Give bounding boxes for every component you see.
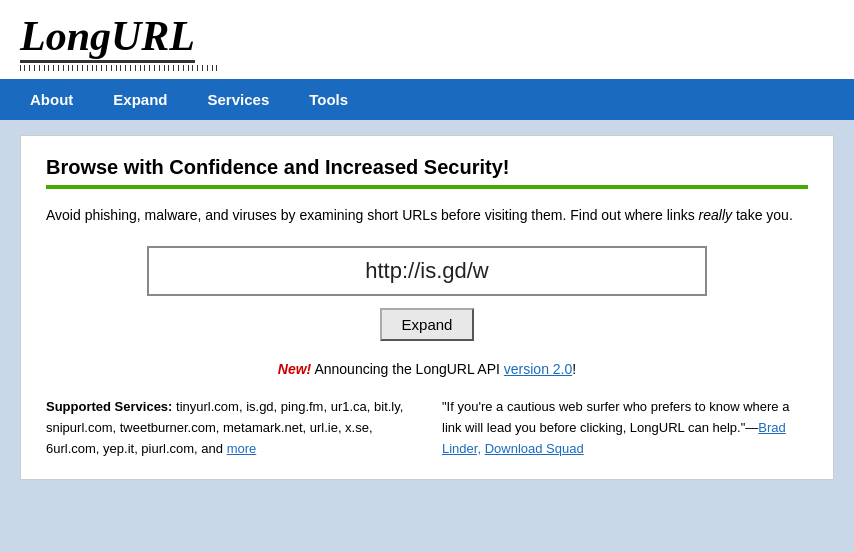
nav-link-about[interactable]: About: [10, 79, 93, 120]
url-input[interactable]: [147, 246, 707, 296]
new-label: New!: [278, 361, 311, 377]
main-content: Browse with Confidence and Increased Sec…: [20, 135, 834, 480]
nav-list: About Expand Services Tools: [0, 79, 854, 120]
nav-link-tools[interactable]: Tools: [289, 79, 368, 120]
download-squad-link[interactable]: Download Squad: [485, 441, 584, 456]
announcement: New! Announcing the LongURL API version …: [46, 361, 808, 377]
version-link[interactable]: version 2.0: [504, 361, 572, 377]
tagline: Avoid phishing, malware, and viruses by …: [46, 205, 808, 226]
announcement-end: !: [572, 361, 576, 377]
nav-item-about[interactable]: About: [10, 79, 93, 120]
logo-container: LongURL: [20, 12, 834, 71]
header: LongURL: [0, 0, 854, 79]
ruler-decoration: [20, 65, 220, 71]
tagline-text2: take you.: [732, 207, 793, 223]
nav-link-expand[interactable]: Expand: [93, 79, 187, 120]
more-link[interactable]: more: [227, 441, 257, 456]
supported-services-label: Supported Services:: [46, 399, 172, 414]
nav-item-services[interactable]: Services: [188, 79, 290, 120]
tagline-italic: really: [699, 207, 732, 223]
navbar: About Expand Services Tools: [0, 79, 854, 120]
tagline-text1: Avoid phishing, malware, and viruses by …: [46, 207, 699, 223]
logo: LongURL: [20, 12, 195, 63]
nav-item-tools[interactable]: Tools: [289, 79, 368, 120]
quote-text: "If you're a cautious web surfer who pre…: [442, 399, 789, 435]
main-heading: Browse with Confidence and Increased Sec…: [46, 156, 808, 179]
url-form: Expand: [46, 246, 808, 341]
quote-section: "If you're a cautious web surfer who pre…: [442, 397, 808, 459]
expand-button[interactable]: Expand: [380, 308, 475, 341]
green-divider: [46, 185, 808, 189]
nav-link-services[interactable]: Services: [188, 79, 290, 120]
supported-services: Supported Services: tinyurl.com, is.gd, …: [46, 397, 412, 459]
footer-info: Supported Services: tinyurl.com, is.gd, …: [46, 397, 808, 459]
announcement-text: Announcing the LongURL API: [311, 361, 504, 377]
nav-item-expand[interactable]: Expand: [93, 79, 187, 120]
